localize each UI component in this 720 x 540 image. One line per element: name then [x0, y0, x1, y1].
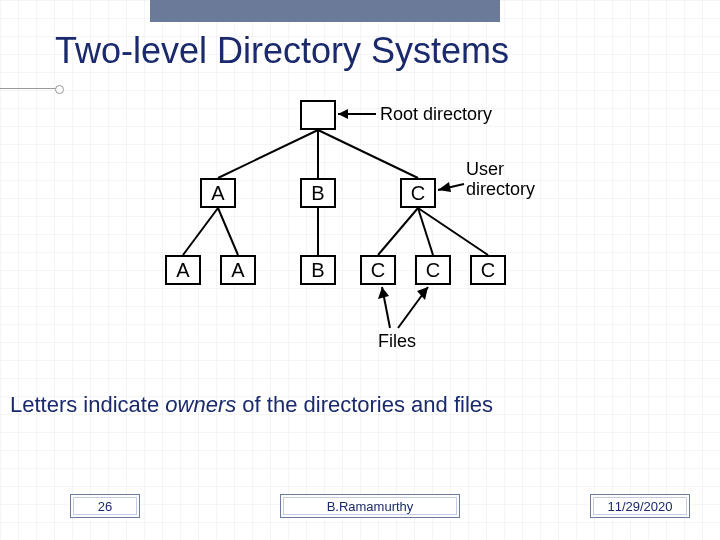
- svg-marker-12: [438, 182, 451, 192]
- caption-em: owners: [165, 392, 236, 417]
- svg-marker-14: [378, 287, 389, 299]
- slide-footer: 26 B.Ramamurthy 11/29/2020: [0, 494, 720, 524]
- dir-node-a: A: [200, 178, 236, 208]
- footer-page-number: 26: [70, 494, 140, 518]
- footer-author: B.Ramamurthy: [280, 494, 460, 518]
- file-node-c2: C: [415, 255, 451, 285]
- caption-post: of the directories and files: [236, 392, 493, 417]
- footer-date: 11/29/2020: [590, 494, 690, 518]
- svg-marker-16: [417, 287, 428, 300]
- file-node-b1: B: [300, 255, 336, 285]
- root-node: [300, 100, 336, 130]
- label-user-directory: User directory: [466, 160, 535, 200]
- caption-text: Letters indicate owners of the directori…: [10, 392, 493, 418]
- svg-line-2: [318, 130, 418, 178]
- svg-line-7: [418, 208, 433, 255]
- svg-line-0: [218, 130, 318, 178]
- label-files: Files: [378, 332, 416, 352]
- svg-marker-10: [338, 109, 348, 119]
- tree-connectors: [120, 100, 600, 360]
- file-node-c3: C: [470, 255, 506, 285]
- svg-line-6: [378, 208, 418, 255]
- svg-line-15: [398, 287, 428, 328]
- file-node-a1: A: [165, 255, 201, 285]
- svg-line-11: [438, 184, 464, 190]
- svg-line-3: [183, 208, 218, 255]
- caption-pre: Letters indicate: [10, 392, 165, 417]
- file-node-a2: A: [220, 255, 256, 285]
- svg-line-8: [418, 208, 488, 255]
- label-root-directory: Root directory: [380, 105, 492, 125]
- svg-line-4: [218, 208, 238, 255]
- header-accent-bar: [150, 0, 500, 22]
- slide-title: Two-level Directory Systems: [55, 30, 509, 72]
- directory-tree-diagram: A B C A A B C C C Root directory User di…: [120, 100, 600, 360]
- dir-node-c: C: [400, 178, 436, 208]
- dir-node-b: B: [300, 178, 336, 208]
- svg-line-13: [382, 287, 390, 328]
- file-node-c1: C: [360, 255, 396, 285]
- title-accent-line: [0, 88, 60, 89]
